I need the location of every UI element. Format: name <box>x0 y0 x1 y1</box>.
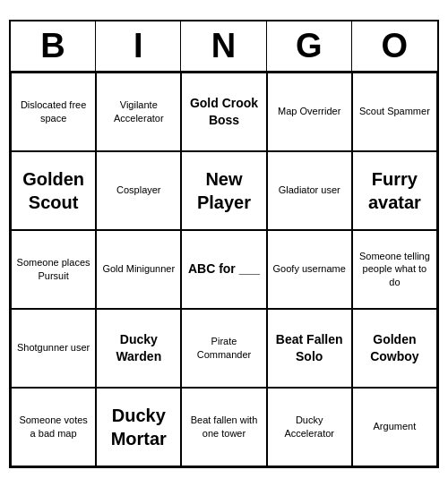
bingo-cell-22: Beat fallen with one tower <box>181 388 266 466</box>
cell-text-20: Someone votes a bad map <box>15 414 91 440</box>
cell-text-2: Gold Crook Boss <box>185 95 262 127</box>
bingo-cell-18: Beat Fallen Solo <box>267 309 352 388</box>
bingo-cell-23: Ducky Accelerator <box>267 388 352 466</box>
cell-text-9: Furry avatar <box>357 167 433 214</box>
bingo-cell-4: Scout Spammer <box>352 73 437 151</box>
cell-text-0: Dislocated free space <box>15 98 91 124</box>
header-letter-g: G <box>267 21 352 71</box>
bingo-cell-0: Dislocated free space <box>11 73 96 151</box>
bingo-cell-2: Gold Crook Boss <box>181 73 266 151</box>
bingo-cell-21: Ducky Mortar <box>96 388 181 466</box>
cell-text-17: Pirate Commander <box>185 335 262 361</box>
bingo-cell-13: Goofy username <box>267 230 352 309</box>
cell-text-18: Beat Fallen Solo <box>271 331 348 363</box>
cell-text-5: Golden Scout <box>15 167 91 214</box>
bingo-cell-1: Vigilante Accelerator <box>96 73 181 151</box>
header-letter-n: N <box>181 21 266 71</box>
cell-text-4: Scout Spammer <box>359 105 430 117</box>
bingo-cell-9: Furry avatar <box>352 151 437 230</box>
bingo-grid: Dislocated free spaceVigilante Accelerat… <box>11 73 437 466</box>
cell-text-15: Shotgunner user <box>17 341 90 354</box>
cell-text-13: Goofy username <box>273 262 346 275</box>
header-letter-o: O <box>352 21 437 71</box>
bingo-cell-6: Cosplayer <box>96 151 181 230</box>
header-letter-b: B <box>11 21 96 71</box>
bingo-cell-17: Pirate Commander <box>181 309 266 388</box>
cell-text-21: Ducky Mortar <box>100 404 177 450</box>
bingo-cell-14: Someone telling people what to do <box>352 230 437 309</box>
cell-text-3: Map Overrider <box>278 105 340 117</box>
bingo-cell-12: ABC for ___ <box>181 230 266 309</box>
cell-text-12: ABC for ___ <box>188 261 260 277</box>
bingo-cell-15: Shotgunner user <box>11 309 96 388</box>
bingo-cell-19: Golden Cowboy <box>352 309 437 388</box>
bingo-cell-3: Map Overrider <box>267 73 352 151</box>
bingo-cell-24: Argument <box>352 388 437 466</box>
bingo-cell-10: Someone places Pursuit <box>11 230 96 309</box>
cell-text-8: Gladiator user <box>279 184 340 196</box>
cell-text-24: Argument <box>374 420 417 432</box>
cell-text-11: Gold Minigunner <box>102 262 175 275</box>
cell-text-22: Beat fallen with one tower <box>185 414 262 440</box>
cell-text-6: Cosplayer <box>116 184 161 196</box>
bingo-cell-5: Golden Scout <box>11 151 96 230</box>
cell-text-10: Someone places Pursuit <box>15 256 91 282</box>
bingo-cell-11: Gold Minigunner <box>96 230 181 309</box>
bingo-cell-16: Ducky Warden <box>96 309 181 388</box>
cell-text-14: Someone telling people what to do <box>357 250 433 288</box>
cell-text-19: Golden Cowboy <box>357 331 433 363</box>
cell-text-23: Ducky Accelerator <box>271 414 348 440</box>
bingo-cell-7: New Player <box>181 151 266 230</box>
cell-text-16: Ducky Warden <box>100 331 177 363</box>
cell-text-7: New Player <box>185 167 262 214</box>
header-letter-i: I <box>96 21 181 71</box>
bingo-cell-8: Gladiator user <box>267 151 352 230</box>
bingo-cell-20: Someone votes a bad map <box>11 388 96 466</box>
bingo-header: BINGO <box>11 21 437 73</box>
cell-text-1: Vigilante Accelerator <box>100 98 177 124</box>
bingo-card: BINGO Dislocated free spaceVigilante Acc… <box>9 20 439 468</box>
